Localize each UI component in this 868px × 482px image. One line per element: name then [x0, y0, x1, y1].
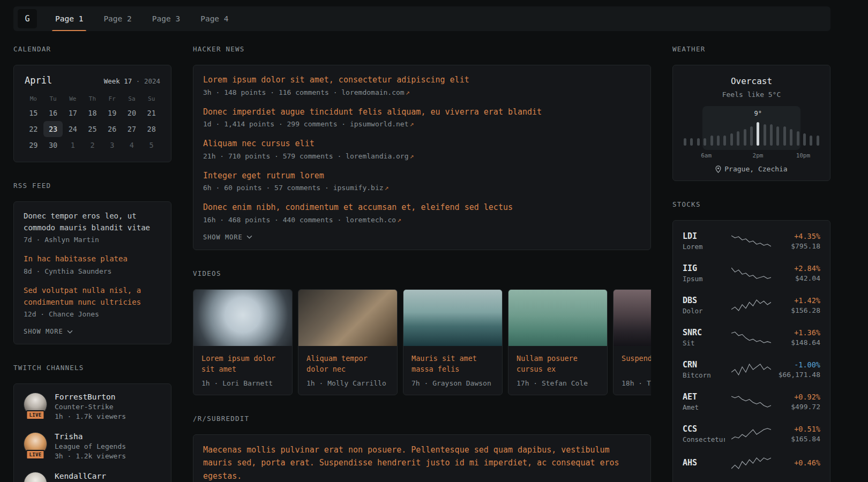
- app-logo: G: [18, 9, 37, 28]
- weather-section-title: WEATHER: [672, 45, 830, 53]
- hn-item-meta: 3h · 148 points · 116 comments · loremdo…: [203, 88, 641, 96]
- tab-page-4[interactable]: Page 4: [197, 6, 231, 31]
- hn-item: Donec imperdiet augue tincidunt felis al…: [203, 106, 641, 129]
- hn-section-title: HACKER NEWS: [193, 45, 651, 53]
- stock-row[interactable]: CRN Bitcorn -1.00% $66,171.48: [683, 360, 820, 379]
- weather-hour-bar: [697, 138, 700, 146]
- stock-name: Amet: [683, 403, 725, 411]
- video-card[interactable]: Mauris sit amet massa felis 7h · Grayson…: [403, 289, 503, 395]
- video-thumbnail: [613, 290, 651, 346]
- rss-show-more-button[interactable]: SHOW MORE: [24, 328, 161, 335]
- weather-hour-bar: [797, 131, 799, 146]
- stocks-card: LDI Lorem +4.35% $795.18 IIG Ipsum: [672, 220, 830, 482]
- stock-values: +0.51% $165.84: [777, 425, 820, 443]
- hn-item-title[interactable]: Integer eget rutrum lorem: [203, 170, 641, 182]
- calendar-day: 22: [24, 121, 43, 137]
- rss-widget: RSS FEED Donec tempor eros leo, ut commo…: [13, 182, 171, 344]
- stock-row[interactable]: SNRC Sit +1.36% $148.64: [683, 328, 820, 347]
- hn-item-title[interactable]: Donec enim nibh, condimentum et accumsan…: [203, 201, 641, 214]
- weather-time-labels: 6am2pm10pm: [684, 152, 819, 160]
- hn-source-link[interactable]: ipsumify.biz↗: [333, 184, 389, 192]
- hn-item-title[interactable]: Donec imperdiet augue tincidunt felis al…: [203, 106, 641, 118]
- stock-row[interactable]: LDI Lorem +4.35% $795.18: [683, 231, 820, 251]
- channel-avatar-image: [24, 472, 47, 482]
- twitch-channel[interactable]: KendallCarr: [24, 472, 161, 482]
- stock-row[interactable]: AHS +0.46%: [683, 456, 820, 470]
- channel-game: Counter-Strike: [55, 403, 126, 411]
- hn-item-title[interactable]: Lorem ipsum dolor sit amet, consectetur …: [203, 74, 641, 86]
- hn-source-link[interactable]: ipsumworld.net↗: [350, 120, 414, 128]
- weather-hour-bar: [764, 124, 766, 146]
- left-column: CALENDAR April Week 17 · 2024 MoTuWeThFr…: [13, 45, 171, 482]
- video-card[interactable]: Nullam posuere cursus ex 17h · Stefan Co…: [508, 289, 608, 395]
- show-more-label: SHOW MORE: [203, 234, 243, 241]
- tab-page-2[interactable]: Page 2: [100, 6, 134, 31]
- stock-sparkline: [731, 395, 771, 409]
- hn-source-link[interactable]: loremdomain.com↗: [341, 88, 409, 96]
- hn-source-link[interactable]: loremtech.co↗: [346, 216, 401, 224]
- channel-info: KendallCarr: [55, 472, 106, 482]
- twitch-channel[interactable]: LIVE ForrestBurton Counter-Strike 1h · 1…: [24, 393, 161, 420]
- avatar: [24, 472, 47, 482]
- weather-time-label: 6am: [701, 152, 712, 159]
- stock-symbol: AHS: [683, 458, 725, 468]
- stock-name: Bitcorn: [683, 371, 725, 379]
- stock-symbol: AET: [683, 392, 725, 402]
- video-thumbnail: [403, 290, 502, 346]
- twitch-channel[interactable]: LIVE Trisha League of Legends 3h · 1.2k …: [24, 432, 161, 460]
- stock-symbol: DBS: [683, 296, 725, 305]
- calendar-day: 16: [43, 105, 63, 121]
- stock-row[interactable]: DBS Dolor +1.42% $156.28: [683, 296, 820, 315]
- weather-hour-bar: [737, 131, 739, 146]
- stock-row[interactable]: IIG Ipsum +2.84% $42.04: [683, 263, 820, 283]
- rss-item-title[interactable]: In hac habitasse platea: [24, 253, 161, 265]
- videos-widget: VIDEOS Lorem ipsum dolor sit amet consec…: [193, 269, 651, 395]
- weather-hour-bar: [717, 135, 720, 146]
- reddit-post-title[interactable]: Maecenas mollis pulvinar erat non posuer…: [203, 443, 641, 482]
- weather-hourly-chart: 9° 6am2pm10pm: [683, 106, 820, 160]
- video-card[interactable]: Lorem ipsum dolor sit amet consectetu… 1…: [193, 289, 293, 395]
- video-body: Lorem ipsum dolor sit amet consectetu… 1…: [193, 346, 292, 395]
- video-card[interactable]: Aliquam tempor dolor nec pharetra… 1h · …: [298, 289, 398, 395]
- video-card[interactable]: Suspendisse diam 18h · Tara: [613, 289, 651, 395]
- tab-page-1[interactable]: Page 1: [52, 6, 86, 31]
- current-temp-label: 9°: [754, 110, 762, 117]
- stock-change: +1.42%: [777, 296, 820, 305]
- rss-item-title[interactable]: Sed volutpat nulla nisl, a condimentum n…: [24, 285, 161, 308]
- channel-info: ForrestBurton Counter-Strike 1h · 1.7k v…: [55, 393, 126, 420]
- rss-item-title[interactable]: Donec tempor eros leo, ut commodo mauris…: [24, 210, 161, 234]
- live-badge: LIVE: [26, 450, 44, 460]
- hn-meta-text: 21h · 710 points · 579 comments ·: [203, 152, 346, 160]
- calendar-week: Week 17 · 2024: [104, 77, 160, 85]
- tab-page-3[interactable]: Page 3: [149, 6, 183, 31]
- hn-source-link[interactable]: loremlandia.org↗: [346, 152, 414, 160]
- stock-change: +0.92%: [777, 393, 820, 401]
- hn-item-title[interactable]: Aliquam nec cursus elit: [203, 138, 641, 150]
- stock-change: +0.51%: [777, 425, 820, 433]
- subreddit-section-title: /R/SUBREDDIT: [193, 415, 651, 423]
- calendar-header: April Week 17 · 2024: [24, 74, 161, 86]
- page-tabs: Page 1 Page 2 Page 3 Page 4: [52, 6, 246, 31]
- stock-price: $165.84: [777, 435, 820, 443]
- stock-sparkline: [731, 363, 771, 376]
- stock-values: +4.35% $795.18: [777, 232, 820, 250]
- weather-hour-bar: [757, 122, 759, 146]
- stock-sparkline: [731, 298, 771, 312]
- stock-values: -1.00% $66,171.48: [777, 360, 820, 379]
- hn-item-meta: 21h · 710 points · 579 comments · loreml…: [203, 152, 641, 160]
- stock-row[interactable]: AET Amet +0.92% $499.72: [683, 392, 820, 411]
- stock-symbol: CRN: [683, 360, 725, 370]
- stock-symbol: LDI: [683, 231, 725, 241]
- stock-id: CRN Bitcorn: [683, 360, 725, 379]
- hn-show-more-button[interactable]: SHOW MORE: [203, 234, 641, 241]
- channel-name: Trisha: [55, 432, 126, 441]
- live-badge: LIVE: [26, 410, 44, 420]
- weather-time-label: 2pm: [753, 152, 764, 159]
- weather-hour-bar: [704, 138, 706, 146]
- stock-price: $795.18: [777, 242, 820, 250]
- video-body: Mauris sit amet massa felis 7h · Grayson…: [403, 346, 502, 395]
- stock-row[interactable]: CCS Consectetur +0.51% $165.84: [683, 424, 820, 443]
- stock-id: LDI Lorem: [683, 231, 725, 251]
- stock-name: Lorem: [683, 243, 725, 251]
- calendar-day-header: Sa: [122, 92, 142, 105]
